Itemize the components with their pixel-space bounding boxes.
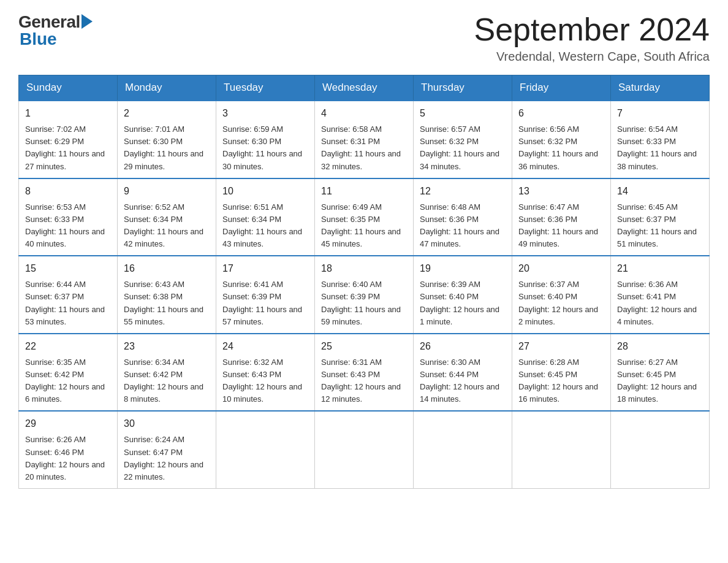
table-row: 5Sunrise: 6:57 AMSunset: 6:32 PMDaylight… bbox=[414, 101, 512, 178]
day-info: Sunrise: 6:28 AMSunset: 6:45 PMDaylight:… bbox=[518, 356, 604, 406]
table-row: 19Sunrise: 6:39 AMSunset: 6:40 PMDayligh… bbox=[414, 256, 512, 334]
day-number: 11 bbox=[321, 184, 407, 199]
day-number: 22 bbox=[25, 339, 111, 354]
day-number: 12 bbox=[420, 184, 506, 199]
day-info: Sunrise: 6:56 AMSunset: 6:32 PMDaylight:… bbox=[518, 123, 604, 173]
table-row: 17Sunrise: 6:41 AMSunset: 6:39 PMDayligh… bbox=[216, 256, 315, 334]
day-number: 25 bbox=[321, 339, 407, 354]
logo-triangle-icon bbox=[82, 14, 93, 29]
day-info: Sunrise: 6:53 AMSunset: 6:33 PMDaylight:… bbox=[25, 201, 111, 251]
header-monday: Monday bbox=[118, 75, 216, 101]
day-number: 15 bbox=[25, 261, 111, 276]
day-number: 23 bbox=[124, 339, 210, 354]
table-row: 3Sunrise: 6:59 AMSunset: 6:30 PMDaylight… bbox=[216, 101, 315, 178]
table-row bbox=[611, 411, 710, 488]
table-row: 12Sunrise: 6:48 AMSunset: 6:36 PMDayligh… bbox=[414, 178, 512, 256]
calendar-week-row: 29Sunrise: 6:26 AMSunset: 6:46 PMDayligh… bbox=[19, 411, 710, 488]
location-subtitle: Vredendal, Western Cape, South Africa bbox=[474, 50, 710, 64]
header-friday: Friday bbox=[512, 75, 611, 101]
day-number: 19 bbox=[420, 261, 506, 276]
table-row: 23Sunrise: 6:34 AMSunset: 6:42 PMDayligh… bbox=[118, 334, 216, 412]
day-number: 16 bbox=[124, 261, 210, 276]
day-info: Sunrise: 6:59 AMSunset: 6:30 PMDaylight:… bbox=[222, 123, 308, 173]
day-number: 30 bbox=[124, 416, 210, 431]
calendar-week-row: 15Sunrise: 6:44 AMSunset: 6:37 PMDayligh… bbox=[19, 256, 710, 334]
logo: General Blue bbox=[18, 12, 93, 49]
logo-blue-text: Blue bbox=[20, 29, 57, 49]
table-row: 25Sunrise: 6:31 AMSunset: 6:43 PMDayligh… bbox=[315, 334, 414, 412]
table-row: 27Sunrise: 6:28 AMSunset: 6:45 PMDayligh… bbox=[512, 334, 611, 412]
calendar-title-area: September 2024 Vredendal, Western Cape, … bbox=[474, 12, 710, 64]
table-row bbox=[315, 411, 414, 488]
day-number: 9 bbox=[124, 184, 210, 199]
table-row: 4Sunrise: 6:58 AMSunset: 6:31 PMDaylight… bbox=[315, 101, 414, 178]
calendar-table: Sunday Monday Tuesday Wednesday Thursday… bbox=[18, 75, 710, 489]
day-info: Sunrise: 6:30 AMSunset: 6:44 PMDaylight:… bbox=[420, 356, 506, 406]
day-number: 6 bbox=[518, 106, 604, 121]
day-number: 8 bbox=[25, 184, 111, 199]
table-row: 1Sunrise: 7:02 AMSunset: 6:29 PMDaylight… bbox=[19, 101, 118, 178]
header-saturday: Saturday bbox=[611, 75, 710, 101]
day-info: Sunrise: 6:58 AMSunset: 6:31 PMDaylight:… bbox=[321, 123, 407, 173]
table-row: 9Sunrise: 6:52 AMSunset: 6:34 PMDaylight… bbox=[118, 178, 216, 256]
calendar-week-row: 1Sunrise: 7:02 AMSunset: 6:29 PMDaylight… bbox=[19, 101, 710, 178]
day-info: Sunrise: 6:35 AMSunset: 6:42 PMDaylight:… bbox=[25, 356, 111, 406]
table-row: 26Sunrise: 6:30 AMSunset: 6:44 PMDayligh… bbox=[414, 334, 512, 412]
day-info: Sunrise: 6:54 AMSunset: 6:33 PMDaylight:… bbox=[617, 123, 703, 173]
day-info: Sunrise: 7:01 AMSunset: 6:30 PMDaylight:… bbox=[124, 123, 210, 173]
day-info: Sunrise: 6:48 AMSunset: 6:36 PMDaylight:… bbox=[420, 201, 506, 251]
day-number: 1 bbox=[25, 106, 111, 121]
table-row: 16Sunrise: 6:43 AMSunset: 6:38 PMDayligh… bbox=[118, 256, 216, 334]
header-thursday: Thursday bbox=[414, 75, 512, 101]
weekday-header-row: Sunday Monday Tuesday Wednesday Thursday… bbox=[19, 75, 710, 101]
header-tuesday: Tuesday bbox=[216, 75, 315, 101]
day-info: Sunrise: 6:39 AMSunset: 6:40 PMDaylight:… bbox=[420, 278, 506, 328]
day-number: 3 bbox=[222, 106, 308, 121]
day-info: Sunrise: 6:52 AMSunset: 6:34 PMDaylight:… bbox=[124, 201, 210, 251]
page-header: General Blue September 2024 Vredendal, W… bbox=[18, 12, 710, 64]
day-info: Sunrise: 6:44 AMSunset: 6:37 PMDaylight:… bbox=[25, 278, 111, 328]
day-info: Sunrise: 6:27 AMSunset: 6:45 PMDaylight:… bbox=[617, 356, 703, 406]
calendar-week-row: 8Sunrise: 6:53 AMSunset: 6:33 PMDaylight… bbox=[19, 178, 710, 256]
table-row: 14Sunrise: 6:45 AMSunset: 6:37 PMDayligh… bbox=[611, 178, 710, 256]
day-info: Sunrise: 6:34 AMSunset: 6:42 PMDaylight:… bbox=[124, 356, 210, 406]
day-info: Sunrise: 6:43 AMSunset: 6:38 PMDaylight:… bbox=[124, 278, 210, 328]
table-row: 15Sunrise: 6:44 AMSunset: 6:37 PMDayligh… bbox=[19, 256, 118, 334]
day-number: 10 bbox=[222, 184, 308, 199]
day-info: Sunrise: 6:26 AMSunset: 6:46 PMDaylight:… bbox=[25, 434, 111, 483]
day-info: Sunrise: 6:24 AMSunset: 6:47 PMDaylight:… bbox=[124, 434, 210, 483]
day-info: Sunrise: 6:41 AMSunset: 6:39 PMDaylight:… bbox=[222, 278, 308, 328]
table-row: 30Sunrise: 6:24 AMSunset: 6:47 PMDayligh… bbox=[118, 411, 216, 488]
day-number: 5 bbox=[420, 106, 506, 121]
day-info: Sunrise: 6:36 AMSunset: 6:41 PMDaylight:… bbox=[617, 278, 703, 328]
day-info: Sunrise: 6:49 AMSunset: 6:35 PMDaylight:… bbox=[321, 201, 407, 251]
day-number: 28 bbox=[617, 339, 703, 354]
day-number: 7 bbox=[617, 106, 703, 121]
table-row: 6Sunrise: 6:56 AMSunset: 6:32 PMDaylight… bbox=[512, 101, 611, 178]
day-info: Sunrise: 6:57 AMSunset: 6:32 PMDaylight:… bbox=[420, 123, 506, 173]
month-title: September 2024 bbox=[474, 12, 710, 47]
table-row bbox=[414, 411, 512, 488]
table-row: 29Sunrise: 6:26 AMSunset: 6:46 PMDayligh… bbox=[19, 411, 118, 488]
day-number: 17 bbox=[222, 261, 308, 276]
table-row: 10Sunrise: 6:51 AMSunset: 6:34 PMDayligh… bbox=[216, 178, 315, 256]
day-number: 2 bbox=[124, 106, 210, 121]
table-row: 24Sunrise: 6:32 AMSunset: 6:43 PMDayligh… bbox=[216, 334, 315, 412]
day-number: 29 bbox=[25, 416, 111, 431]
day-info: Sunrise: 6:31 AMSunset: 6:43 PMDaylight:… bbox=[321, 356, 407, 406]
day-info: Sunrise: 6:47 AMSunset: 6:36 PMDaylight:… bbox=[518, 201, 604, 251]
table-row: 7Sunrise: 6:54 AMSunset: 6:33 PMDaylight… bbox=[611, 101, 710, 178]
day-number: 20 bbox=[518, 261, 604, 276]
day-info: Sunrise: 7:02 AMSunset: 6:29 PMDaylight:… bbox=[25, 123, 111, 173]
day-number: 26 bbox=[420, 339, 506, 354]
header-sunday: Sunday bbox=[19, 75, 118, 101]
table-row: 20Sunrise: 6:37 AMSunset: 6:40 PMDayligh… bbox=[512, 256, 611, 334]
table-row: 21Sunrise: 6:36 AMSunset: 6:41 PMDayligh… bbox=[611, 256, 710, 334]
day-number: 14 bbox=[617, 184, 703, 199]
day-info: Sunrise: 6:51 AMSunset: 6:34 PMDaylight:… bbox=[222, 201, 308, 251]
day-info: Sunrise: 6:45 AMSunset: 6:37 PMDaylight:… bbox=[617, 201, 703, 251]
table-row: 28Sunrise: 6:27 AMSunset: 6:45 PMDayligh… bbox=[611, 334, 710, 412]
header-wednesday: Wednesday bbox=[315, 75, 414, 101]
day-info: Sunrise: 6:32 AMSunset: 6:43 PMDaylight:… bbox=[222, 356, 308, 406]
table-row: 8Sunrise: 6:53 AMSunset: 6:33 PMDaylight… bbox=[19, 178, 118, 256]
